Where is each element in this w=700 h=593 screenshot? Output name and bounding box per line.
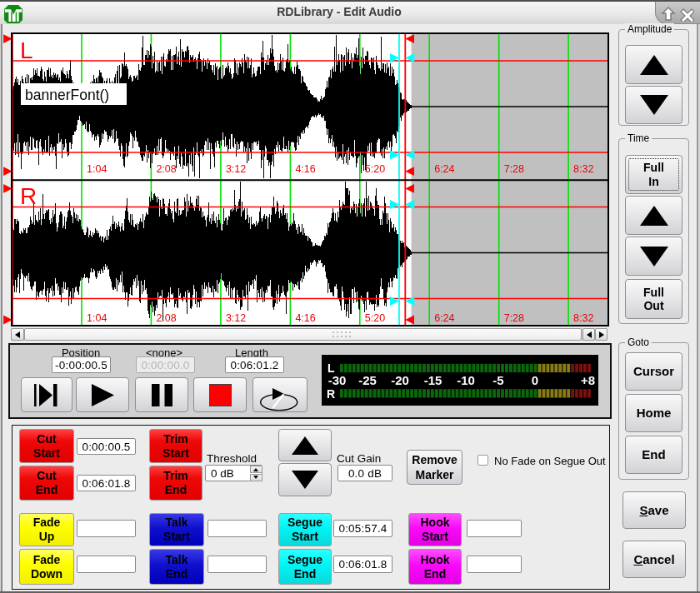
svg-text:1:04: 1:04 (87, 163, 107, 175)
svg-text:6:24: 6:24 (434, 163, 454, 175)
svg-text:1:04: 1:04 (87, 312, 107, 324)
svg-text:bannerFont(): bannerFont() (25, 87, 109, 103)
svg-text:0: 0 (532, 373, 538, 387)
svg-text:6:24: 6:24 (434, 312, 454, 324)
svg-text:L: L (20, 37, 33, 63)
svg-text:-25: -25 (358, 373, 377, 387)
svg-text:R: R (327, 387, 335, 401)
svg-text:7:28: 7:28 (504, 163, 524, 175)
svg-text:4:16: 4:16 (295, 312, 315, 324)
svg-text:7:28: 7:28 (504, 312, 524, 324)
svg-text:3:12: 3:12 (226, 163, 246, 175)
svg-text:-10: -10 (457, 373, 475, 387)
svg-text:-30: -30 (328, 373, 347, 387)
svg-text:8:32: 8:32 (573, 163, 593, 175)
svg-text:-5: -5 (492, 373, 503, 387)
svg-text:-20: -20 (391, 373, 409, 387)
svg-text:3:12: 3:12 (226, 312, 246, 324)
svg-text:5:20: 5:20 (365, 312, 385, 324)
svg-text:2:08: 2:08 (156, 163, 176, 175)
svg-text:-15: -15 (424, 373, 442, 387)
svg-text:8:32: 8:32 (573, 312, 593, 324)
svg-text:5:20: 5:20 (365, 163, 385, 175)
svg-text:2:08: 2:08 (156, 312, 176, 324)
svg-text:+8: +8 (581, 373, 595, 387)
svg-text:4:16: 4:16 (295, 163, 315, 175)
svg-text:R: R (20, 183, 37, 209)
